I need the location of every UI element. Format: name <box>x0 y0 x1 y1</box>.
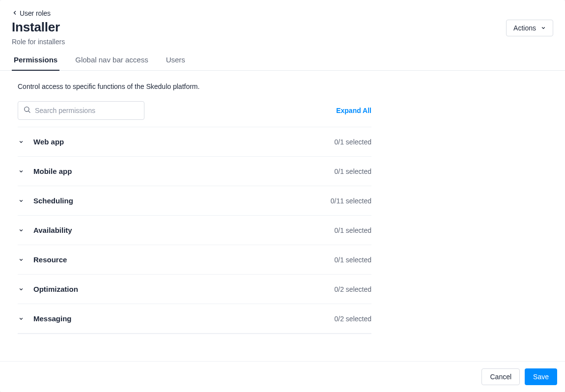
controls-row: Expand All <box>18 101 371 120</box>
group-name: Resource <box>33 255 67 264</box>
group-scheduling[interactable]: Scheduling 0/11 selected <box>18 186 371 215</box>
group-name: Messaging <box>33 314 72 323</box>
chevron-down-icon <box>18 168 25 175</box>
group-count: 0/2 selected <box>335 285 372 293</box>
group-name: Web app <box>33 138 64 146</box>
group-count: 0/1 selected <box>335 256 372 264</box>
chevron-down-icon <box>18 286 25 293</box>
expand-all-link[interactable]: Expand All <box>336 107 371 114</box>
tab-permissions[interactable]: Permissions <box>12 56 59 71</box>
group-optimization[interactable]: Optimization 0/2 selected <box>18 274 371 304</box>
chevron-down-icon <box>18 197 25 204</box>
group-name: Mobile app <box>33 167 72 175</box>
tab-users[interactable]: Users <box>164 56 187 71</box>
actions-button-label: Actions <box>513 24 536 32</box>
breadcrumb-label: User roles <box>20 9 51 17</box>
group-count: 0/1 selected <box>335 226 372 234</box>
chevron-down-icon <box>18 227 25 234</box>
search-input[interactable] <box>35 107 139 114</box>
group-mobile-app[interactable]: Mobile app 0/1 selected <box>18 156 371 186</box>
group-resource[interactable]: Resource 0/1 selected <box>18 245 371 274</box>
chevron-down-icon <box>18 315 25 322</box>
group-name: Availability <box>33 226 72 234</box>
group-web-app[interactable]: Web app 0/1 selected <box>18 127 371 156</box>
group-messaging[interactable]: Messaging 0/2 selected <box>18 304 371 333</box>
tab-global-nav[interactable]: Global nav bar access <box>73 56 150 71</box>
save-button[interactable]: Save <box>525 368 557 385</box>
group-count: 0/1 selected <box>335 138 372 146</box>
permission-groups: Web app 0/1 selected Mobile app 0/1 sele… <box>18 127 371 334</box>
group-name: Optimization <box>33 285 78 293</box>
actions-button[interactable]: Actions <box>506 20 553 36</box>
group-name: Scheduling <box>33 196 73 205</box>
page-header: User roles Installer Role for installers… <box>0 0 565 46</box>
chevron-down-icon <box>18 256 25 263</box>
chevron-down-icon <box>18 139 25 145</box>
cancel-button[interactable]: Cancel <box>481 368 520 385</box>
header-left: User roles Installer Role for installers <box>12 9 65 46</box>
scroll-area[interactable]: Control access to specific functions of … <box>0 71 565 361</box>
chevron-down-icon <box>541 24 546 32</box>
footer-bar: Cancel Save <box>0 361 565 392</box>
group-count: 0/1 selected <box>335 168 372 175</box>
svg-line-1 <box>28 111 30 112</box>
svg-point-0 <box>25 107 29 112</box>
intro-text: Control access to specific functions of … <box>18 83 547 90</box>
group-count: 0/2 selected <box>335 315 372 323</box>
breadcrumb[interactable]: User roles <box>12 9 51 17</box>
divider <box>18 333 371 334</box>
tabs: Permissions Global nav bar access Users <box>0 56 565 71</box>
group-count: 0/11 selected <box>331 197 371 205</box>
group-availability[interactable]: Availability 0/1 selected <box>18 215 371 245</box>
page-title: Installer <box>12 20 65 35</box>
search-icon <box>23 106 31 115</box>
chevron-left-icon <box>12 9 18 17</box>
app-shell: User roles Installer Role for installers… <box>0 0 565 392</box>
search-input-wrap[interactable] <box>18 101 144 120</box>
page-subtitle: Role for installers <box>12 38 65 46</box>
